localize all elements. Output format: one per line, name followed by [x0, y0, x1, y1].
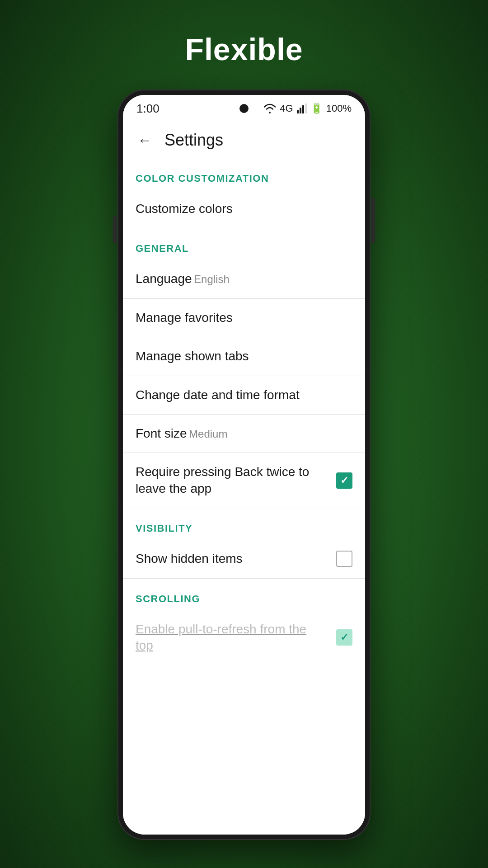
item-title-font-size: Font size	[136, 426, 187, 440]
status-icons: 4G 🔋 100%	[263, 103, 352, 114]
status-bar: 1:00 4G 🔋	[123, 95, 365, 122]
item-title-pull-to-refresh: Enable pull-to-refresh from the top	[136, 621, 336, 654]
checkmark-back-twice: ✓	[340, 475, 348, 486]
settings-item-back-twice[interactable]: Require pressing Back twice to leave the…	[123, 453, 365, 508]
phone-screen: 1:00 4G 🔋	[123, 95, 365, 835]
settings-list: COLOR CUSTOMIZATION Customize colors GEN…	[123, 158, 365, 835]
settings-item-pull-to-refresh[interactable]: Enable pull-to-refresh from the top ✓	[123, 610, 365, 665]
settings-item-manage-favorites[interactable]: Manage favorites	[123, 299, 365, 337]
phone-device: 1:00 4G 🔋	[117, 90, 371, 840]
status-time: 1:00	[136, 102, 160, 116]
settings-item-date-time-format[interactable]: Change date and time format	[123, 376, 365, 414]
item-subtitle-font-size: Medium	[189, 428, 227, 440]
settings-item-show-hidden[interactable]: Show hidden items	[123, 540, 365, 578]
svg-rect-0	[297, 110, 299, 113]
item-title-date-time-format: Change date and time format	[136, 388, 300, 402]
camera-cutout	[239, 104, 249, 113]
checkbox-show-hidden[interactable]	[336, 551, 352, 567]
item-title-customize-colors: Customize colors	[136, 202, 233, 216]
section-header-scrolling: SCROLLING	[123, 579, 365, 610]
signal-icon	[297, 104, 307, 113]
item-subtitle-language: English	[194, 273, 230, 285]
item-title-back-twice: Require pressing Back twice to leave the…	[136, 464, 336, 497]
item-title-manage-favorites: Manage favorites	[136, 311, 233, 325]
section-header-color: COLOR CUSTOMIZATION	[123, 158, 365, 190]
back-button[interactable]: ←	[134, 128, 155, 152]
settings-item-manage-tabs[interactable]: Manage shown tabs	[123, 337, 365, 375]
battery-percent: 100%	[326, 103, 352, 114]
section-header-visibility: VISIBILITY	[123, 508, 365, 540]
checkmark-pull-to-refresh: ✓	[340, 632, 348, 643]
settings-item-font-size[interactable]: Font size Medium	[123, 415, 365, 453]
checkbox-pull-to-refresh[interactable]: ✓	[336, 629, 352, 646]
svg-rect-1	[300, 108, 301, 113]
checkbox-back-twice[interactable]: ✓	[336, 472, 352, 489]
section-header-general: GENERAL	[123, 228, 365, 260]
network-type-label: 4G	[280, 103, 293, 114]
svg-rect-2	[302, 105, 304, 113]
settings-item-customize-colors[interactable]: Customize colors	[123, 190, 365, 228]
item-title-language: Language	[136, 272, 192, 286]
app-title: Settings	[164, 131, 223, 150]
settings-item-language[interactable]: Language English	[123, 260, 365, 298]
app-bar: ← Settings	[123, 122, 365, 158]
item-title-show-hidden: Show hidden items	[136, 551, 336, 567]
page-title: Flexible	[185, 32, 303, 67]
svg-rect-3	[305, 104, 307, 113]
battery-label: 🔋	[310, 103, 323, 114]
item-title-manage-tabs: Manage shown tabs	[136, 349, 249, 363]
wifi-icon	[263, 104, 276, 113]
